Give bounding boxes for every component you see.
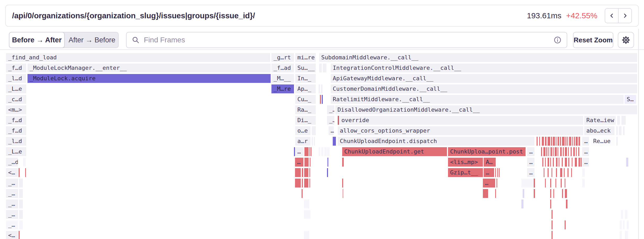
flame-frame[interactable]: [19, 231, 20, 239]
flame-frame[interactable]: [338, 116, 339, 125]
flame-frame[interactable]: [342, 179, 343, 187]
flame-frame[interactable]: [568, 147, 569, 156]
flame-frame-l-e[interactable]: _L…e: [6, 147, 26, 156]
flame-frame[interactable]: [497, 168, 498, 177]
flame-frame-frame[interactable]: …: [295, 158, 303, 167]
flame-frame[interactable]: [320, 95, 321, 104]
flame-frame[interactable]: [572, 158, 572, 167]
flame-frame[interactable]: [627, 220, 629, 229]
flame-frame[interactable]: [312, 137, 313, 146]
flame-frame[interactable]: [521, 179, 534, 187]
flame-frame-f-d[interactable]: _f…d: [6, 126, 26, 135]
flame-frame-frame[interactable]: _…: [6, 179, 18, 187]
flame-frame-gzip-t[interactable]: Gzip…t__: [448, 168, 483, 177]
flame-frame[interactable]: [621, 210, 623, 219]
flame-frame[interactable]: [578, 137, 580, 146]
flame-frame[interactable]: [495, 168, 496, 177]
flame-frame[interactable]: [568, 158, 569, 167]
flame-frame-in[interactable]: In…_: [295, 74, 316, 83]
flame-frame-m[interactable]: _M…__: [271, 74, 294, 83]
flame-frame[interactable]: [563, 147, 564, 156]
flame-frame-frame[interactable]: _…: [6, 210, 18, 219]
flame-frame-frame[interactable]: <…: [6, 231, 18, 239]
flame-frame[interactable]: [550, 158, 551, 167]
flame-frame[interactable]: [567, 168, 569, 177]
flame-frame-disallowedorganizationmiddleware-call[interactable]: DisallowedOrganizationMiddleware.__call_…: [335, 105, 637, 114]
flame-frame[interactable]: [319, 84, 320, 93]
flame-frame[interactable]: [560, 147, 562, 156]
flame-frame[interactable]: [574, 137, 575, 146]
flame-frame-chunkuploadendpoint-dispatch[interactable]: ChunkUploadEndpoint.dispatch: [338, 137, 534, 146]
flame-frame[interactable]: [621, 116, 626, 125]
flame-frame[interactable]: [565, 158, 567, 167]
flame-frame[interactable]: [548, 147, 549, 156]
flame-frame[interactable]: [342, 158, 344, 167]
flame-frame[interactable]: [321, 147, 323, 156]
flame-frame-chunkuploa-point-post[interactable]: ChunkUploa…point.post: [448, 147, 526, 156]
flame-frame[interactable]: [19, 179, 23, 187]
flame-frame[interactable]: [566, 200, 567, 208]
flame-frame[interactable]: [322, 95, 323, 104]
flame-frame-modulelockmanager-enter[interactable]: _ModuleLockManager.__enter__: [28, 64, 271, 72]
flame-frame[interactable]: [309, 168, 310, 177]
flame-frame[interactable]: [304, 210, 310, 219]
flame-frame[interactable]: [319, 64, 322, 72]
flame-frame[interactable]: [545, 179, 546, 187]
flame-frame[interactable]: [544, 168, 544, 177]
flame-frame-l-e[interactable]: _L…e: [6, 84, 26, 93]
flame-frame-m-re[interactable]: _M…re: [271, 84, 294, 93]
flame-frame[interactable]: [304, 179, 308, 187]
flame-frame[interactable]: [319, 147, 320, 156]
flame-frame[interactable]: [328, 158, 328, 167]
flame-frame[interactable]: [548, 137, 550, 146]
flame-frame-c-d[interactable]: _c…d: [6, 95, 26, 104]
flame-frame[interactable]: [564, 168, 565, 177]
flame-frame-frame[interactable]: …: [295, 147, 304, 156]
flame-frame[interactable]: [581, 158, 582, 167]
flame-frame-allow-cors-options-wrapper[interactable]: allow_cors_options_wrapper: [338, 126, 583, 135]
flame-frame-integrationcontrolmiddleware-call[interactable]: IntegrationControlMiddleware.__call__: [331, 64, 637, 72]
flame-frame-frame[interactable]: _…: [327, 116, 334, 125]
flame-frame[interactable]: [578, 147, 579, 156]
flame-frame[interactable]: [534, 179, 535, 187]
flame-frame[interactable]: [560, 168, 562, 177]
flame-frame-frame[interactable]: _…: [6, 200, 18, 208]
flame-frame[interactable]: [294, 147, 295, 156]
flame-frame[interactable]: [553, 147, 554, 156]
flame-frame[interactable]: [550, 200, 551, 208]
flame-frame[interactable]: [495, 189, 496, 198]
flame-frame[interactable]: [565, 189, 567, 198]
flame-frame[interactable]: [19, 200, 23, 208]
flame-frame[interactable]: [542, 137, 544, 146]
flame-frame[interactable]: [19, 220, 23, 229]
flame-frame[interactable]: [565, 220, 566, 229]
flame-frame[interactable]: [19, 189, 23, 198]
flame-frame[interactable]: [314, 137, 315, 146]
flame-frame[interactable]: [304, 231, 309, 239]
flame-frame-su[interactable]: Su…__: [295, 64, 316, 72]
flame-frame[interactable]: [625, 231, 628, 239]
flame-frame[interactable]: [617, 116, 620, 125]
flame-frame[interactable]: [295, 179, 301, 187]
flame-frame[interactable]: [552, 231, 553, 239]
flame-frame-mi-re[interactable]: mi…re: [295, 53, 316, 62]
flame-frame-ratelimitmiddleware-call[interactable]: RatelimitMiddleware.__call__: [331, 95, 624, 104]
flame-frame[interactable]: [561, 179, 562, 187]
flame-frame[interactable]: [582, 179, 585, 187]
flame-frame[interactable]: [553, 158, 554, 167]
flame-frame[interactable]: [534, 189, 535, 198]
flame-frame-frame[interactable]: …: [527, 158, 534, 167]
flame-frame[interactable]: [552, 210, 553, 219]
flame-frame[interactable]: [558, 147, 558, 156]
flame-frame[interactable]: [550, 147, 552, 156]
flame-frame-frame[interactable]: …: [483, 179, 495, 187]
flame-frame-frame[interactable]: …: [582, 158, 589, 167]
flame-frame[interactable]: [571, 168, 572, 177]
flame-frame-di[interactable]: Di…_: [295, 116, 316, 125]
flame-frame[interactable]: [562, 158, 563, 167]
flame-frame[interactable]: [562, 137, 565, 146]
flame-frame[interactable]: [565, 137, 566, 146]
flame-frame[interactable]: [327, 147, 330, 156]
flame-frame-o-e[interactable]: o…e: [295, 126, 310, 135]
flame-frame-a[interactable]: A…: [484, 158, 496, 167]
